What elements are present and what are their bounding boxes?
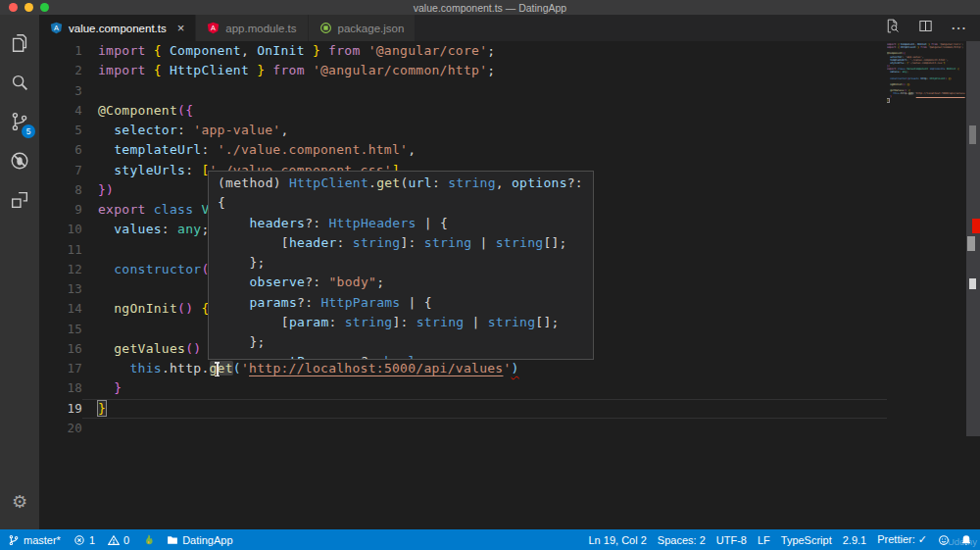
code-line[interactable]: 2import { HttpClient } from '@angular/co… <box>39 61 887 80</box>
more-actions-icon: ⋯ <box>951 21 966 36</box>
activity-item-source-control[interactable]: 5 <box>0 102 39 141</box>
code-token: http://localhost:5000/api/values <box>916 92 965 95</box>
status-warning-triangle[interactable]: 0 <box>108 534 129 546</box>
code-token: ValueComponent <box>906 68 929 71</box>
status-prettier-[interactable]: Prettier: ✓ <box>877 533 927 546</box>
search-icon <box>9 72 30 93</box>
status-label: UTF-8 <box>716 534 747 546</box>
status-flame[interactable] <box>142 534 154 546</box>
line-number: 1 <box>39 41 82 61</box>
activity-item-search[interactable] <box>0 63 39 102</box>
code-token: ?: <box>305 216 328 230</box>
code-token: .http. <box>162 361 210 375</box>
code-line[interactable]: 20 <box>39 419 887 438</box>
code-token: constructor <box>890 77 906 80</box>
code-token: {} <box>949 77 952 80</box>
code-line[interactable]: 3 <box>39 81 887 101</box>
status-folder[interactable]: DatingApp <box>167 534 232 546</box>
status-2-9-1[interactable]: 2.9.1 <box>843 534 866 546</box>
code-token: header <box>289 235 337 250</box>
status-utf-8[interactable]: UTF-8 <box>716 534 747 546</box>
minimap-line: import { HttpClient } from '@angular/com… <box>887 46 965 49</box>
line-number: 5 <box>39 121 82 140</box>
code-token: ; <box>487 63 495 77</box>
code-token <box>218 216 249 230</box>
line-number: 9 <box>39 200 82 220</box>
code-token: : <box>337 235 353 250</box>
status-spaces-2[interactable]: Spaces: 2 <box>658 534 706 546</box>
code-token: HttpParams <box>320 295 400 310</box>
tab-value.component.ts[interactable]: Avalue.component.ts× <box>39 15 196 41</box>
code-token: } <box>114 380 122 395</box>
activity-item-gear[interactable]: ⚙ <box>0 482 39 522</box>
tab-label: package.json <box>338 23 405 34</box>
line-number: 18 <box>39 378 82 398</box>
status-typescript[interactable]: TypeScript <box>781 534 832 546</box>
code-token: ( <box>233 361 241 375</box>
status-label: Spaces: 2 <box>658 534 706 546</box>
tab-package.json[interactable]: package.json <box>309 15 416 41</box>
code-token <box>98 163 114 177</box>
tooltip-line: }; <box>218 253 593 273</box>
status-error-circle[interactable]: 1 <box>74 534 95 546</box>
mouse-ibeam-cursor <box>214 362 220 376</box>
code-token: : <box>162 222 177 236</box>
code-line[interactable]: 6 templateUrl: './value.component.html', <box>39 140 887 160</box>
split-editor-icon <box>917 18 934 34</box>
activity-item-extensions[interactable] <box>0 180 39 220</box>
overview-ruler[interactable] <box>966 41 980 436</box>
code-token: export <box>98 202 154 217</box>
open-preview-button[interactable] <box>884 18 901 38</box>
close-tab-icon[interactable]: × <box>177 22 185 34</box>
status-ln-19-col-2[interactable]: Ln 19, Col 2 <box>589 534 647 546</box>
code-token: { <box>218 195 225 210</box>
code-token: ; <box>487 43 495 58</box>
more-actions-button[interactable]: ⋯ <box>951 20 966 37</box>
tooltip-line: [param: string]: string | string[]; <box>218 313 593 332</box>
code-line[interactable]: 4@Component({ <box>39 101 887 121</box>
status-label: DatingApp <box>182 534 232 546</box>
split-editor-button[interactable] <box>917 18 934 38</box>
code-token: '@angular/core' <box>368 43 488 58</box>
code-token: } <box>890 95 892 98</box>
code-token: : <box>177 123 193 137</box>
code-token: HttpClient <box>930 77 946 80</box>
tab-app.module.ts[interactable]: Aapp.module.ts <box>196 15 308 41</box>
minimap[interactable]: import { Component, OnInit } from '@angu… <box>887 43 965 105</box>
code-token: { <box>154 63 170 77</box>
minimize-window-button[interactable] <box>24 3 33 12</box>
code-token: import <box>98 43 154 58</box>
code-token: ( <box>400 175 408 190</box>
activity-item-files[interactable] <box>0 24 39 63</box>
line-number: 19 <box>39 399 82 419</box>
hover-tooltip[interactable]: (method) HttpClient.get(url: string, opt… <box>208 171 594 360</box>
maximize-window-button[interactable] <box>40 3 49 12</box>
code-token: } <box>305 43 320 58</box>
activity-item-debug[interactable] <box>0 141 39 180</box>
tooltip-line: { <box>218 193 593 213</box>
flame-icon <box>142 534 154 546</box>
code-token: styleUrls <box>890 62 904 65</box>
files-icon <box>9 32 30 54</box>
code-token: : <box>432 175 448 190</box>
code-line[interactable]: 18 } <box>39 378 887 398</box>
line-number: 16 <box>39 339 82 359</box>
close-window-button[interactable] <box>9 3 18 12</box>
status-git-branch[interactable]: master* <box>8 534 61 546</box>
code-line[interactable]: 5 selector: 'app-value', <box>39 121 887 140</box>
code-token: implements <box>930 68 947 71</box>
editor[interactable]: 1import { Component, OnInit } from '@ang… <box>39 41 980 529</box>
code-token: , <box>241 43 257 58</box>
code-line[interactable]: 17 this.http.get('http://localhost:5000/… <box>39 359 887 378</box>
code-token: string <box>353 235 401 250</box>
code-token: ]: <box>400 235 423 250</box>
tooltip-line: observe?: "body"; <box>218 273 593 292</box>
line-number: 20 <box>39 419 82 438</box>
code-token <box>98 142 114 157</box>
code-token: string <box>488 315 536 329</box>
code-token <box>218 275 249 289</box>
code-line[interactable]: 1import { Component, OnInit } from '@ang… <box>39 41 887 61</box>
status-lf[interactable]: LF <box>758 534 770 546</box>
code-token: HttpClient <box>170 63 249 77</box>
code-line[interactable]: 19} <box>39 399 887 419</box>
